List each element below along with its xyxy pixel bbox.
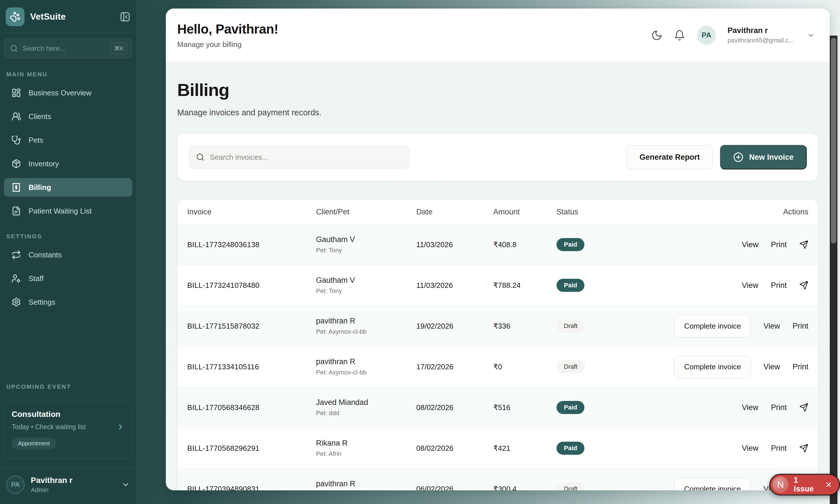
client-name: pavithran R [316,357,416,366]
send-icon[interactable] [799,444,808,453]
sidebar-section-label: SETTINGS [4,233,132,240]
moon-icon [651,30,663,41]
status-badge: Paid [557,279,584,292]
close-icon[interactable] [825,481,832,488]
page-title: Billing [177,62,818,100]
table-row[interactable]: BILL-1770568296291 Rikana R Pet: Afrin 0… [177,428,818,468]
search-icon [196,153,205,161]
sidebar-section: MAIN MENUBusiness OverviewClientsPetsInv… [4,71,132,220]
view-link[interactable]: View [763,362,780,371]
status-badge: Paid [557,401,584,414]
sidebar-item-label: Billing [29,183,51,192]
table-row[interactable]: BILL-1771334105116 pavithran R Pet: Axym… [177,346,818,387]
send-icon[interactable] [799,240,808,249]
invoice-date: 11/03/2026 [416,281,493,290]
stethoscope-icon [12,135,21,145]
print-link[interactable]: Print [771,403,787,412]
complete-invoice-button[interactable]: Complete invoice [674,356,751,378]
dark-mode-toggle[interactable] [651,30,663,41]
send-icon[interactable] [799,281,808,290]
notifications-button[interactable] [674,30,685,41]
sidebar-item-label: Constants [29,251,62,259]
complete-invoice-button[interactable]: Complete invoice [674,315,751,338]
sidebar-item-staff[interactable]: Staff [4,269,132,288]
print-link[interactable]: Print [792,362,808,371]
sidebar-section-label: MAIN MENU [4,71,132,78]
user-gear-icon [12,274,21,283]
header-user-email: pavithranr65@gmail.c... [728,37,794,44]
dashboard-icon [12,88,21,98]
print-link[interactable]: Print [771,444,787,453]
status-badge: Draft [557,320,585,332]
print-link[interactable]: Print [771,281,787,290]
user-gear-icon [12,274,21,283]
table-row[interactable]: BILL-1771515878032 pavithran R Pet: Axym… [177,306,818,346]
gear-icon [12,297,21,307]
paw-icon [10,12,20,22]
view-link[interactable]: View [742,240,758,249]
complete-invoice-button[interactable]: Complete invoice [674,478,751,491]
send-icon[interactable] [799,403,808,412]
invoice-id: BILL-1771515878032 [187,322,316,330]
table-row[interactable]: BILL-1770568346628 Javed Miandad Pet: dd… [177,387,818,428]
sidebar-item-business-overview[interactable]: Business Overview [4,84,132,102]
sidebar-item-constants[interactable]: Constants [4,246,132,264]
new-invoice-button[interactable]: New Invoice [720,145,807,169]
row-actions: ViewPrint [623,444,808,453]
avatar[interactable]: PA [697,25,716,45]
app-logo [6,7,24,26]
sidebar-item-patient-waiting-list[interactable]: Patient Waiting List [4,202,132,220]
sidebar-item-settings[interactable]: Settings [4,293,132,311]
sidebar-item-pets[interactable]: Pets [4,131,132,149]
chevron-down-icon[interactable] [807,31,815,39]
sidebar-item-billing[interactable]: Billing [4,178,132,197]
pet-name: Pet: Axymox-cl-bb [316,328,416,336]
print-link[interactable]: Print [771,240,787,249]
invoice-search-placeholder: Search invoices... [210,153,268,162]
sidebar-user-menu[interactable]: PA Pavithran r Admin [4,468,132,497]
repeat-icon [12,250,21,260]
stethoscope-icon [12,135,21,145]
table-row[interactable]: BILL-1770394890831 pavithran R Pet: Tony… [177,468,818,490]
view-link[interactable]: View [742,403,758,412]
invoice-id: BILL-1773248036138 [187,240,316,249]
invoice-date: 06/02/2026 [416,485,493,491]
dashboard-icon [12,88,21,98]
invoice-amount: ₹0 [493,362,557,371]
generate-report-button[interactable]: Generate Report [627,145,713,169]
view-link[interactable]: View [742,281,758,290]
view-link[interactable]: View [742,444,758,453]
column-header-actions: Actions [623,208,808,216]
file-icon [12,206,21,216]
client-name: pavithran R [316,317,416,325]
sidebar-nav: MAIN MENUBusiness OverviewClientsPetsInv… [4,58,132,316]
upcoming-event-card[interactable]: Consultation Today • Check waiting list … [4,401,132,458]
pet-name: Pet: Afrin [316,450,416,457]
main-content: Hello, Pavithran! Manage your billing PA… [166,8,830,490]
column-header-client-pet: Client/Pet [316,208,416,216]
pet-name: Pet: Tony [316,287,416,295]
chevron-right-icon[interactable] [117,423,124,431]
sidebar-search[interactable]: Search here... ⌘K [4,38,132,58]
invoice-date: 11/03/2026 [416,240,493,249]
sidebar-collapse-icon[interactable] [120,12,130,22]
dev-issue-badge[interactable]: N 1 Issue [769,474,840,496]
chevron-down-icon[interactable] [121,480,130,489]
sidebar-divider [0,33,136,33]
view-link[interactable]: View [763,322,780,330]
sidebar-item-clients[interactable]: Clients [4,107,132,126]
package-icon [12,159,21,168]
status-badge: Draft [557,482,585,490]
print-link[interactable]: Print [792,322,808,330]
sidebar-item-inventory[interactable]: Inventory [4,154,132,173]
sidebar-section: SETTINGSConstantsStaffSettings [4,233,132,311]
table-row[interactable]: BILL-1773248036138 Gautham V Pet: Tony 1… [177,224,818,265]
sidebar-header: VetSuite [4,0,132,33]
client-name: Javed Miandad [316,398,416,407]
table-row[interactable]: BILL-1773241078480 Gautham V Pet: Tony 1… [177,265,818,306]
invoice-amount: ₹408.8 [493,240,557,249]
pet-name: Pet: Tony [316,247,416,254]
issue-count: 1 Issue [794,476,820,493]
scrollbar-thumb[interactable] [831,38,836,244]
invoice-search-input[interactable]: Search invoices... [189,146,410,168]
